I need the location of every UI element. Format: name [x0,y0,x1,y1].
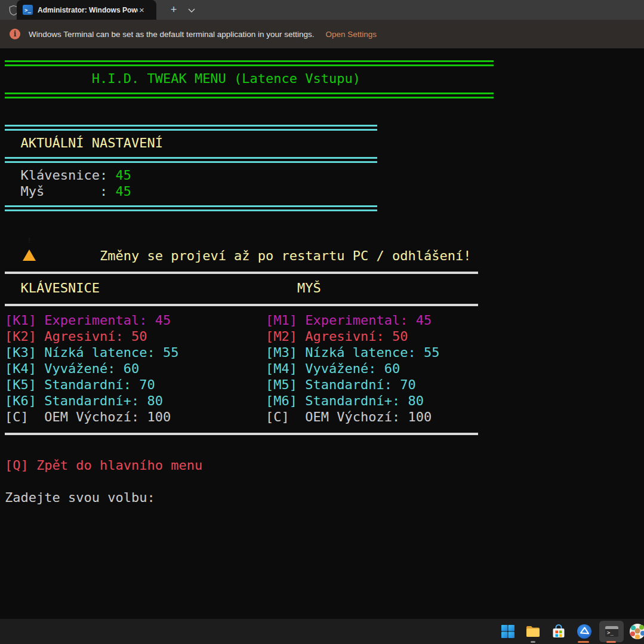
menu-title: H.I.D. TWEAK MENU (Latence Vstupu) [5,70,644,87]
running-indicator [531,641,535,643]
warning-line: ! Změny se projeví až po restartu PC / o… [5,232,644,248]
separator [5,425,644,441]
windows-start-icon[interactable] [500,624,516,639]
menu-row-experimental: [K1] Experimental: 45[M1] Experimental: … [5,312,644,328]
powershell-icon: >_ [23,5,33,15]
menu-row-standardni-plus: [K6] Standardní+: 80[M6] Standardní+: 80 [5,393,644,409]
info-icon: i [10,29,20,39]
default-terminal-banner: i Windows Terminal can be set as the def… [0,20,644,48]
new-tab-button[interactable]: + [166,2,181,17]
back-option: [Q] Zpět do hlavního menu [5,457,644,473]
tab-bar: >_ Administrator: Windows Powe × + [0,0,644,20]
taskbar: >_ [0,619,644,644]
current-keyboard-row: Klávesnice: 45 [5,167,644,183]
microsoft-store-icon[interactable] [551,624,566,639]
svg-text:>_: >_ [607,630,614,636]
separator [5,119,644,135]
running-indicator [578,641,589,643]
separator [5,54,644,70]
separator [5,151,644,167]
open-settings-link[interactable]: Open Settings [326,30,377,39]
separator [5,199,644,215]
current-settings-heading: AKTUÁLNÍ NASTAVENÍ [5,135,644,151]
menu-row-agresivni: [K2] Agresivní: 50[M2] Agresivní: 50 [5,328,644,344]
separator [5,296,644,312]
paint-icon[interactable] [628,623,644,640]
triangle-loop-app-icon[interactable] [577,624,592,639]
keyboard-value: 45 [115,168,131,183]
warning-icon: ! [23,234,37,246]
menu-row-nizka-latence: [K3] Nízká latence: 55[M3] Nízká latence… [5,344,644,360]
running-indicator [606,641,616,643]
windows-terminal-icon: >_ [604,624,620,639]
windows-terminal-window: >_ Administrator: Windows Powe × + i Win… [0,0,644,644]
windows-terminal-taskbar-button[interactable]: >_ [599,621,624,642]
separator [5,264,644,280]
close-tab-icon[interactable]: × [139,5,144,14]
tab-powershell[interactable]: >_ Administrator: Windows Powe × [17,0,156,20]
tab-title: Administrator: Windows Powe [38,6,138,14]
input-prompt[interactable]: Zadejte svou volbu: [5,489,644,506]
menu-row-standardni: [K5] Standardní: 70[M5] Standardní: 70 [5,377,644,393]
menu-row-oem: [C] OEM Výchozí: 100[C] OEM Výchozí: 100 [5,409,644,425]
current-mouse-row: Myš : 45 [5,183,644,199]
mouse-value: 45 [115,184,131,199]
terminal-screen[interactable]: H.I.D. TWEAK MENU (Latence Vstupu) AKTUÁ… [0,48,644,619]
chevron-down-icon[interactable] [186,5,197,16]
separator [5,87,644,103]
file-explorer-icon[interactable] [525,624,541,639]
menu-row-vyvazene: [K4] Vyvážené: 60[M4] Vyvážené: 60 [5,360,644,377]
keyboard-column-header: KLÁVESNICE [5,281,100,295]
banner-message: Windows Terminal can be set as the defau… [29,30,315,39]
table-header: KLÁVESNICEMYŠ [5,280,644,296]
mouse-column-header: MYŠ [297,280,321,296]
